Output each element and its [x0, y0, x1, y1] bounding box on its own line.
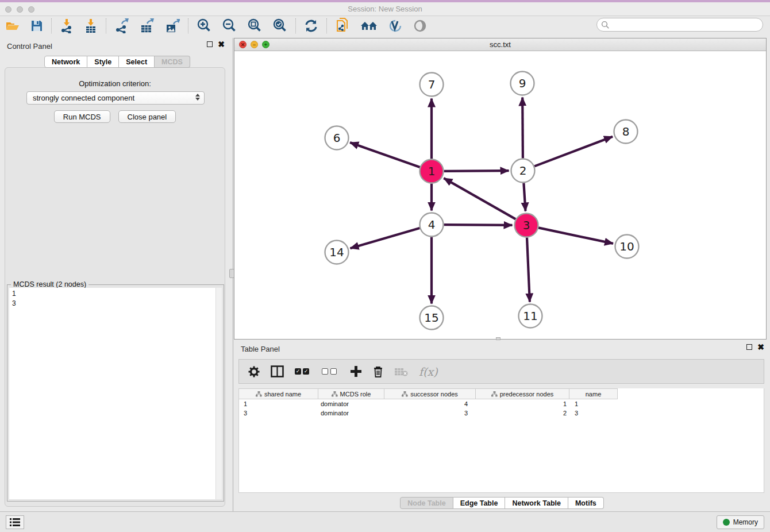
- plus-icon: [350, 365, 362, 377]
- optimization-criterion-select[interactable]: strongly connected component: [26, 91, 205, 105]
- tab-network[interactable]: Network: [44, 56, 87, 68]
- result-line: 1: [12, 289, 219, 299]
- add-column-button[interactable]: [350, 365, 362, 377]
- export-image-button[interactable]: [160, 17, 185, 34]
- graphics-details-icon: [388, 19, 403, 33]
- float-panel-icon[interactable]: [207, 41, 213, 47]
- graph-canvas[interactable]: 1234678910111415: [234, 51, 766, 339]
- table-cell[interactable]: 3: [384, 408, 476, 418]
- search-box: [596, 18, 763, 32]
- table-tabs: Node Table Edge Table Network Table Moti…: [234, 497, 770, 509]
- graph-edge[interactable]: [444, 171, 509, 171]
- run-mcds-button[interactable]: Run MCDS: [54, 110, 110, 123]
- table-row[interactable]: 1dominator411: [239, 399, 764, 408]
- import-table-button[interactable]: [79, 17, 103, 34]
- export-network-button[interactable]: [109, 17, 134, 34]
- tab-style[interactable]: Style: [87, 56, 119, 68]
- graph-edge[interactable]: [523, 183, 525, 211]
- tab-network-table[interactable]: Network Table: [505, 497, 568, 509]
- unselect-all-button[interactable]: [322, 368, 339, 375]
- graph-edge[interactable]: [444, 178, 515, 219]
- memory-status-icon: [723, 519, 730, 526]
- zoom-in-button[interactable]: [191, 17, 217, 34]
- graph-edge[interactable]: [350, 142, 420, 167]
- graph-edge[interactable]: [522, 98, 523, 159]
- zoom-selected-icon: [272, 18, 287, 33]
- network-window-titlebar: ✕ − + scc.txt: [234, 38, 766, 51]
- tab-motifs[interactable]: Motifs: [568, 497, 604, 509]
- column-header-successor-nodes[interactable]: successor nodes: [384, 388, 476, 399]
- import-network-button[interactable]: [55, 17, 79, 34]
- refresh-button[interactable]: [299, 17, 324, 34]
- delete-table-button[interactable]: [394, 367, 408, 377]
- node-table: shared name MCDS role successor nodes pr…: [238, 388, 764, 493]
- table-row[interactable]: 3dominator323: [239, 408, 764, 418]
- function-builder-button[interactable]: f(x): [419, 365, 438, 378]
- zoom-out-button[interactable]: [217, 17, 242, 34]
- close-table-panel-icon[interactable]: ✖: [757, 344, 764, 350]
- float-table-panel-icon[interactable]: [746, 344, 752, 350]
- table-body: 1dominator4113dominator323: [239, 399, 764, 418]
- graph-edge[interactable]: [534, 137, 613, 167]
- delete-column-button[interactable]: [373, 365, 383, 377]
- graph-node-label: 4: [428, 218, 436, 232]
- mcds-result-text[interactable]: 1 3: [9, 288, 222, 499]
- zoom-fit-button[interactable]: [242, 17, 267, 34]
- table-cell[interactable]: 3: [239, 408, 318, 418]
- split-columns-icon: [271, 365, 284, 377]
- hierarchy-icon: [332, 391, 338, 397]
- table-cell[interactable]: dominator: [318, 399, 384, 408]
- home-layout-button[interactable]: [355, 17, 383, 34]
- tab-edge-table[interactable]: Edge Table: [453, 497, 506, 509]
- column-header-predecessor-nodes[interactable]: predecessor nodes: [476, 388, 569, 399]
- tab-select[interactable]: Select: [119, 56, 155, 68]
- select-all-button[interactable]: ✓ ✓: [295, 368, 311, 375]
- export-table-button[interactable]: [134, 17, 160, 34]
- clone-network-button[interactable]: [330, 17, 355, 34]
- memory-button[interactable]: Memory: [717, 515, 764, 529]
- column-header-name[interactable]: name: [569, 388, 618, 399]
- trash-icon: [373, 365, 383, 377]
- main-titlebar: Session: New Session: [0, 2, 770, 16]
- main-toolbar: [0, 16, 770, 36]
- close-panel-icon[interactable]: ✖: [218, 41, 225, 47]
- table-cell[interactable]: 1: [239, 399, 318, 408]
- graph-edge[interactable]: [351, 228, 420, 248]
- tab-node-table[interactable]: Node Table: [400, 497, 453, 509]
- table-header-row: shared name MCDS role successor nodes pr…: [239, 388, 764, 399]
- graph-edge[interactable]: [527, 238, 530, 302]
- table-cell[interactable]: 4: [384, 399, 476, 408]
- tab-mcds[interactable]: MCDS: [155, 56, 190, 68]
- show-hide-details-button[interactable]: [408, 17, 432, 34]
- zoom-selected-button[interactable]: [267, 17, 292, 34]
- graphics-details-button[interactable]: [383, 17, 408, 34]
- result-scrollbar[interactable]: [215, 288, 222, 499]
- table-cell[interactable]: dominator: [318, 408, 384, 418]
- table-panel: Table Panel ✖ ✓ ✓: [234, 342, 770, 511]
- table-toolbar: ✓ ✓: [238, 359, 764, 384]
- open-folder-icon: [5, 19, 20, 33]
- close-panel-button[interactable]: Close panel: [118, 110, 176, 123]
- column-header-mcds-role[interactable]: MCDS role: [318, 388, 384, 399]
- clone-network-icon: [335, 18, 350, 34]
- optimization-criterion-label: Optimization criterion:: [5, 79, 225, 88]
- graph-edge[interactable]: [538, 228, 613, 244]
- table-cell[interactable]: 2: [476, 408, 569, 418]
- column-view-button[interactable]: [271, 365, 284, 377]
- table-settings-button[interactable]: [248, 366, 260, 377]
- table-cell[interactable]: 1: [476, 399, 569, 408]
- checked-box-icon: ✓: [295, 368, 301, 375]
- horizontal-split-handle[interactable]: [496, 337, 500, 340]
- save-session-button[interactable]: [25, 17, 48, 34]
- task-history-button[interactable]: [6, 515, 24, 529]
- search-input[interactable]: [612, 20, 763, 30]
- export-table-icon: [140, 18, 155, 33]
- control-panel-tabs: Network Style Select MCDS: [44, 56, 190, 68]
- graph-edge[interactable]: [444, 225, 513, 225]
- table-cell[interactable]: 3: [569, 408, 618, 418]
- export-network-icon: [114, 18, 129, 33]
- table-cell[interactable]: 1: [569, 399, 618, 408]
- column-header-shared-name[interactable]: shared name: [239, 388, 318, 399]
- open-session-button[interactable]: [0, 17, 25, 34]
- control-panel-header: Control Panel ✖: [0, 38, 233, 54]
